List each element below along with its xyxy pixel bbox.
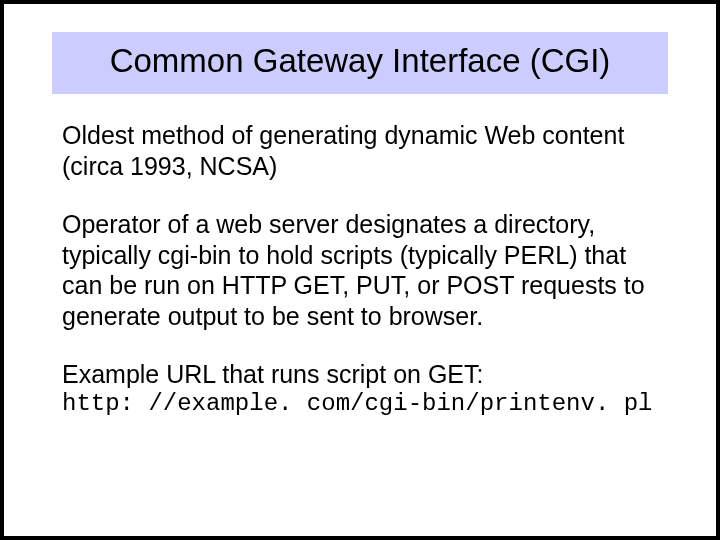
slide-frame: Common Gateway Interface (CGI) Oldest me… (0, 0, 720, 540)
title-bar: Common Gateway Interface (CGI) (52, 32, 668, 94)
paragraph-2: Operator of a web server designates a di… (62, 209, 658, 331)
slide-body: Oldest method of generating dynamic Web … (62, 120, 658, 417)
paragraph-3: Example URL that runs script on GET: (62, 359, 658, 390)
example-url: http: //example. com/cgi-bin/printenv. p… (62, 390, 658, 417)
paragraph-1: Oldest method of generating dynamic Web … (62, 120, 658, 181)
slide-title: Common Gateway Interface (CGI) (110, 42, 611, 79)
